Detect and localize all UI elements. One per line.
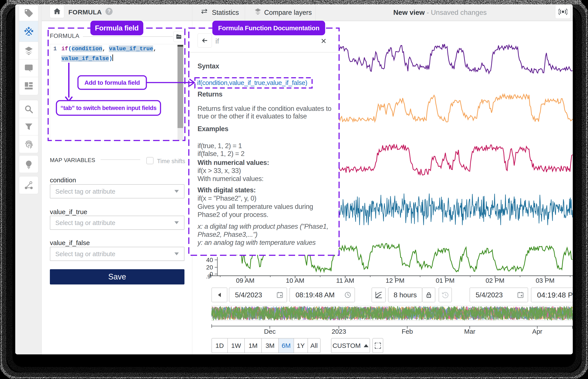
svg-text:Apr: Apr	[532, 328, 542, 335]
svg-text:10 AM: 10 AM	[286, 277, 304, 284]
svg-text:20: 20	[206, 264, 213, 271]
svg-text:Dec: Dec	[264, 328, 276, 335]
svg-text:2023: 2023	[332, 328, 346, 335]
svg-text:12 PM: 12 PM	[386, 277, 405, 284]
svg-text:03 PM: 03 PM	[536, 277, 555, 284]
svg-text:11 AM: 11 AM	[336, 277, 354, 284]
svg-text:02 PM: 02 PM	[486, 277, 505, 284]
svg-text:Feb: Feb	[402, 328, 413, 335]
svg-text:40: 40	[206, 257, 213, 263]
svg-text:01 PM: 01 PM	[436, 277, 455, 284]
svg-text:.9: .9	[206, 274, 210, 280]
svg-text:09 AM: 09 AM	[236, 277, 254, 284]
svg-text:Mar: Mar	[464, 328, 475, 335]
